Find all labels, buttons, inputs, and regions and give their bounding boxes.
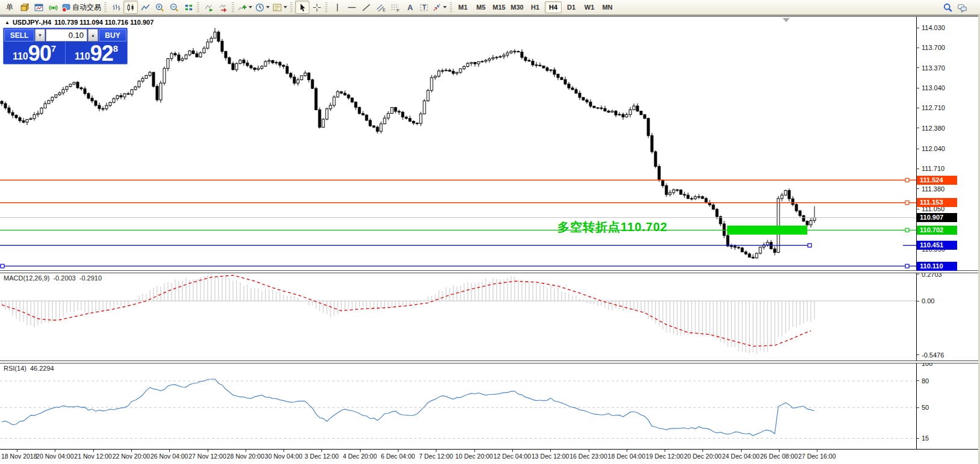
time-axis-label: 28 Nov 20:00 [227,453,264,460]
chevron-down-icon [249,6,252,8]
new-chart-button[interactable] [31,1,46,14]
time-axis-label: 30 Nov 04:00 [265,453,302,460]
rsi-axis-tick [916,438,919,439]
macd-signal-value: -0.2910 [79,274,102,282]
zoom-in-button[interactable] [152,1,167,14]
horizontal-line-button[interactable] [344,1,359,14]
svg-text:F: F [397,8,399,12]
price-axis-tick [916,169,919,169]
bid-sup: 7 [51,42,56,54]
timeframe-mn[interactable]: MN [599,1,616,13]
volume-down-button[interactable]: ▼ [35,29,45,42]
fibonacci-button[interactable]: F [388,1,402,14]
toolbar-grip [290,2,293,12]
symbol-period: USDJPY-,H4 [13,19,51,26]
equidistant-channel-button[interactable]: E [373,1,388,14]
time-axis[interactable]: 18 Nov 201820 Nov 04:0021 Nov 12:0022 No… [0,449,980,464]
text-button[interactable]: A [402,1,417,14]
collapse-arrow-icon[interactable]: ▲ [5,20,10,25]
trendline-button[interactable] [359,1,373,14]
time-axis-tick [246,450,246,452]
fibonacci-icon: F [390,2,400,13]
pane-separator[interactable] [0,270,980,273]
rsi-axis-tick [916,380,919,381]
macd-pane[interactable] [0,273,916,360]
cursor-button[interactable] [295,1,309,14]
buy-button[interactable]: BUY [99,29,126,42]
pane-separator[interactable] [0,360,980,363]
crosshair-button[interactable] [309,1,324,14]
toolbar: 单 自动交易 E F A T M1M5M15 [0,0,980,15]
autotrading-button[interactable]: 自动交易 [60,1,103,14]
vertical-line-button[interactable] [330,1,344,14]
chat-button[interactable] [955,1,969,14]
time-axis-label: 26 Dec 08:00 [760,453,798,460]
time-axis-tick [17,450,17,452]
volume-up-button[interactable]: ▲ [88,29,98,42]
price-axis-label: 111.380 [922,185,944,193]
timeframe-w1[interactable]: W1 [581,1,598,13]
svg-text:T: T [422,4,426,11]
macd-name: MACD(12,26,9) [4,274,49,282]
macd-axis-label: -0.5476 [922,351,944,359]
timeframe-h4[interactable]: H4 [545,1,562,13]
axis-price-tag: 111.153 [917,198,957,207]
timeframe-d1[interactable]: D1 [563,1,580,13]
bar-chart-button[interactable] [109,1,123,14]
rsi-pane[interactable] [0,363,916,449]
candlestick-button[interactable] [123,1,138,14]
timeframe-m5[interactable]: M5 [473,1,489,13]
text-label-button[interactable]: T [417,1,431,14]
chevron-down-icon [284,6,287,8]
macd-label: MACD(12,26,9) -0.2003 -0.2910 [4,274,102,282]
timeframe-m15[interactable]: M15 [491,1,507,13]
search-button[interactable] [940,1,955,14]
chevron-down-icon [443,6,447,8]
price-axis-label: 113.700 [922,44,945,51]
toolbar-grip [232,2,234,12]
templates-button[interactable] [271,1,289,14]
volume-input[interactable]: 0.10 [46,29,87,42]
time-axis-tick [512,450,513,452]
timeframe-m1[interactable]: M1 [454,1,471,13]
periods-button[interactable] [254,1,271,14]
axis-price-tag: 110.702 [917,226,957,235]
chart-shift-marker-icon[interactable] [783,18,790,22]
tile-windows-button[interactable] [181,1,196,14]
price-axis-label: 113.040 [922,84,945,91]
price-axis-label: 111.710 [922,165,944,172]
pivot-annotation[interactable]: 多空转折点110.702 [557,219,668,235]
new-order-button[interactable]: 单 [2,1,17,14]
price-axis-label: 113.370 [922,64,945,72]
zoom-out-button[interactable] [167,1,181,14]
market-watch-button[interactable] [17,1,31,14]
indicators-button[interactable] [237,1,254,14]
timeframe-m30[interactable]: M30 [509,1,526,13]
timeframe-h1[interactable]: H1 [527,1,544,13]
ask-big: 92 [90,43,113,64]
arrows-button[interactable] [431,1,448,14]
time-axis-tick [208,450,208,452]
bar-chart-icon [111,2,122,13]
time-axis-tick [665,450,665,452]
time-axis-tick [169,450,170,452]
time-axis-tick [398,450,399,452]
ask-price[interactable]: 110 92 8 [66,42,127,64]
macd-axis-tick [916,301,919,302]
chart-title: ▲ USDJPY-,H4 110.739 111.094 110.716 110… [5,19,154,26]
sell-button[interactable]: SELL [4,29,34,42]
signals-button[interactable] [46,1,60,14]
time-axis-label: 18 Dec 04:00 [608,453,645,460]
price-axis-label: 112.040 [922,145,945,152]
price-axis-tick [916,188,919,189]
price-axis-tick [916,48,919,48]
line-chart-button[interactable] [138,1,152,14]
chart-shift-button[interactable] [216,1,231,14]
bid-big: 90 [28,43,51,64]
axis-price-tag: 110.907 [917,213,957,222]
auto-scroll-button[interactable] [202,1,216,14]
svg-text:A: A [407,3,412,12]
price-chart-pane[interactable] [0,17,916,270]
bid-price[interactable]: 110 90 7 [4,42,66,64]
price-axis-tick [916,88,919,88]
